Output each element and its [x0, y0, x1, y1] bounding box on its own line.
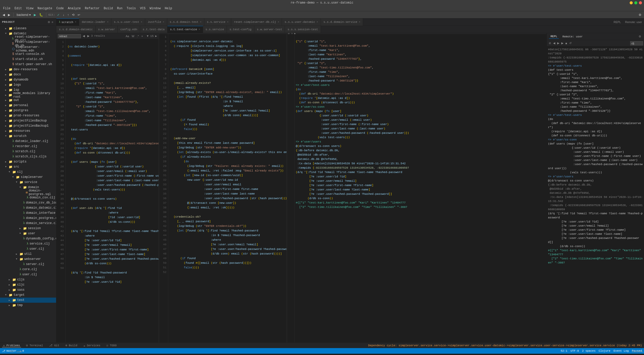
- sidebar-item-scratch-cljs[interactable]: λ scratch_cljs.cljs: [0, 154, 56, 159]
- maximize-button[interactable]: □: [634, 1, 637, 4]
- tab-close[interactable]: ×: [227, 21, 228, 24]
- sidebar-item-service-clj[interactable]: λ service.clj: [0, 241, 56, 246]
- nav-forward-button[interactable]: ▶: [7, 13, 11, 17]
- tab-justfile[interactable]: Justfile ×: [145, 18, 167, 26]
- sidebar-item-dev-resources[interactable]: ▶ 📁 dev-resources: [0, 67, 56, 72]
- code-content-left[interactable]: (ns datomic-loader) (comment (require '[…: [66, 39, 159, 342]
- tab-test-config[interactable]: s.test-config: [227, 26, 254, 33]
- repl-settings[interactable]: ⚙: [638, 35, 642, 38]
- sidebar-item-classes[interactable]: ▶ 📁 classes: [0, 26, 56, 31]
- event-log[interactable]: Event Log: [614, 349, 629, 352]
- menu-analyze[interactable]: Analyze: [66, 6, 83, 11]
- tab-domain-test[interactable]: s.s.d.domain-test ×: [167, 18, 204, 26]
- sidebar-item-service-folder[interactable]: ▼ 📁 service: [0, 180, 56, 185]
- tab-user-datomic[interactable]: s.s.u.user-datomic ×: [282, 18, 321, 26]
- repl-tab[interactable]: REPL: [611, 18, 623, 26]
- repl-tab[interactable]: REPL: [549, 34, 559, 39]
- sidebar-item-scratch-folder[interactable]: ▼ 📁 scratch: [0, 134, 56, 139]
- sidebar-item-user-clj2[interactable]: λ user.clj: [0, 272, 56, 277]
- sidebar-item-resources[interactable]: ▶ 📁 resources: [0, 128, 56, 134]
- sidebar-item-datomic-loader[interactable]: λ datomic_loader.clj: [0, 139, 56, 144]
- problems-tab[interactable]: ⚠ Problems: [2, 344, 21, 347]
- sidebar-item-domain-csv-loader[interactable]: λ domain_csv_db_loader.clj: [0, 200, 56, 205]
- sidebar-item-domain-datomic[interactable]: λ domain_datomic.clj: [0, 205, 56, 210]
- tab-scratch[interactable]: λ scratch ×: [56, 18, 79, 26]
- sidebar-item-schema-edn[interactable]: ⬡ simpleserver-schema.edn: [0, 46, 56, 52]
- menu-vcs[interactable]: VCS: [138, 6, 148, 11]
- tab-test-data[interactable]: s.t.test-data: [140, 26, 167, 33]
- menu-help[interactable]: Help: [163, 6, 174, 11]
- sidebar-item-start-peer[interactable]: $ start-peer-server.sh: [0, 62, 56, 67]
- tab-close[interactable]: ×: [200, 21, 202, 24]
- sidebar-item-logs[interactable]: ▶ 📁 logs: [0, 82, 56, 87]
- terminal-tab[interactable]: ⊡ Terminal: [25, 344, 44, 347]
- menu-file[interactable]: File: [1, 6, 13, 11]
- sidebar-item-cljs[interactable]: ▶ 📁 cljs: [0, 277, 56, 282]
- sidebar-item-src[interactable]: ▼ 📁 src: [0, 164, 56, 169]
- remote-user-tab[interactable]: Remote: user: [561, 35, 584, 39]
- sidebar-item-simpleserver[interactable]: ▼ 📁 simpleserver: [0, 175, 56, 180]
- search-match-case[interactable]: Aa: [125, 34, 130, 38]
- code-area-middle[interactable]: 12345 678910 1112131415 1617181920 21222…: [159, 34, 287, 342]
- sidebar-item-scripts[interactable]: ▶ 📁 scripts: [0, 159, 56, 164]
- menu-tools[interactable]: Tools: [125, 6, 138, 11]
- build-tab[interactable]: ⚙ Build: [65, 344, 78, 347]
- menu-navigate[interactable]: Navigate: [35, 6, 54, 11]
- sidebar-item-docs[interactable]: ▶ 📁 docs: [0, 72, 56, 77]
- run-button[interactable]: ▶: [33, 13, 37, 17]
- sidebar-item-test[interactable]: ▶ 📁 test: [0, 298, 56, 303]
- sidebar-item-cljc[interactable]: ▶ 📁 cljc: [0, 282, 56, 287]
- code-area-left[interactable]: 12345 678910 1112131415 1617181920 21222…: [56, 39, 159, 342]
- sidebar-item-session-folder[interactable]: ▶ 📁 session: [0, 226, 56, 231]
- sidebar-item-postgres[interactable]: ▶ 📁 postgres: [0, 108, 56, 113]
- run-config-dropdown[interactable]: backend ▾: [16, 13, 32, 17]
- sidebar-item-sass[interactable]: ▶ 📁 sass: [0, 287, 56, 292]
- tab-test-service[interactable]: s.t.test-service ×: [167, 26, 203, 33]
- search-word[interactable]: W: [131, 34, 135, 38]
- tab-user-test[interactable]: s.s.u.user-test ×: [111, 18, 145, 26]
- services-tab[interactable]: ☁ Services: [82, 344, 101, 347]
- sidebar-item-domain-csv[interactable]: λ domain_csv.clj: [0, 195, 56, 200]
- menu-run[interactable]: Run: [115, 6, 125, 11]
- settings-button[interactable]: ⚙: [638, 13, 642, 17]
- sidebar-item-user-folder[interactable]: ▼ 📁 user: [0, 231, 56, 236]
- tab-close[interactable]: ×: [163, 21, 164, 24]
- todo-tab[interactable]: ☑ TODO: [105, 344, 118, 347]
- sidebar-item-recorder[interactable]: λ recorder.clj: [0, 144, 56, 149]
- tab-close[interactable]: ×: [107, 21, 109, 24]
- sidebar-item-scratch-clj[interactable]: λ scratch.clj: [0, 149, 56, 154]
- menu-window[interactable]: Window: [147, 6, 163, 11]
- repl-clear[interactable]: ⊘: [548, 41, 552, 45]
- remote-user-tab[interactable]: Remote: user: [623, 18, 644, 26]
- tab-service[interactable]: s.s.service ×: [204, 18, 231, 26]
- sidebar-item-projectfiles-backup[interactable]: ▶ 📁 projectFilesBackup: [0, 118, 56, 123]
- sidebar-item-prod-resources[interactable]: ▶ 📁 prod-resources: [0, 113, 56, 118]
- menu-build[interactable]: Build: [102, 6, 115, 11]
- sidebar-item-webserver[interactable]: ▼ 📁 webserver: [0, 257, 56, 262]
- sidebar-item-personal[interactable]: ▶ 📁 personal: [0, 103, 56, 108]
- tab-domain-service[interactable]: s.s.d.domain-service ×: [321, 18, 363, 26]
- search-close[interactable]: ×: [141, 34, 144, 38]
- code-content-middle[interactable]: (ns simpleserver.service.user-datomic (:…: [168, 34, 287, 342]
- menu-refactor[interactable]: Refactor: [83, 6, 102, 11]
- git-commit-button[interactable]: ✓: [56, 13, 61, 17]
- repl-history-fwd[interactable]: ▶: [556, 41, 560, 45]
- sidebar-item-target[interactable]: ▼ 📁 target: [0, 292, 56, 298]
- repl-interrupt[interactable]: ■: [565, 42, 568, 45]
- sidebar-item-dynamodb-config[interactable]: λ dynamodb_config.clj: [0, 236, 56, 241]
- search-input[interactable]: [58, 34, 81, 38]
- search-regex[interactable]: .*: [136, 34, 140, 38]
- nav-back-button[interactable]: ◀: [2, 13, 6, 17]
- tab-close[interactable]: ×: [75, 21, 76, 24]
- tab-close[interactable]: ×: [359, 21, 360, 24]
- search-next[interactable]: ▶: [87, 34, 90, 38]
- tab-server-test[interactable]: s.w.server-test: [254, 26, 285, 33]
- sidebar-item-server-clj[interactable]: λ server.clj: [0, 262, 56, 267]
- repl-reconnect[interactable]: ↺: [568, 41, 572, 45]
- sidebar-item-clj[interactable]: ▼ 📁 clj: [0, 169, 56, 175]
- tab-close[interactable]: ×: [316, 21, 318, 24]
- tab-close[interactable]: ×: [278, 21, 279, 24]
- sidebar-item-core-clj[interactable]: λ core.clj: [0, 267, 56, 272]
- tab-service2[interactable]: s.s.service: [203, 26, 227, 33]
- sidebar-item-domain-interface[interactable]: λ domain_interface.clj: [0, 210, 56, 216]
